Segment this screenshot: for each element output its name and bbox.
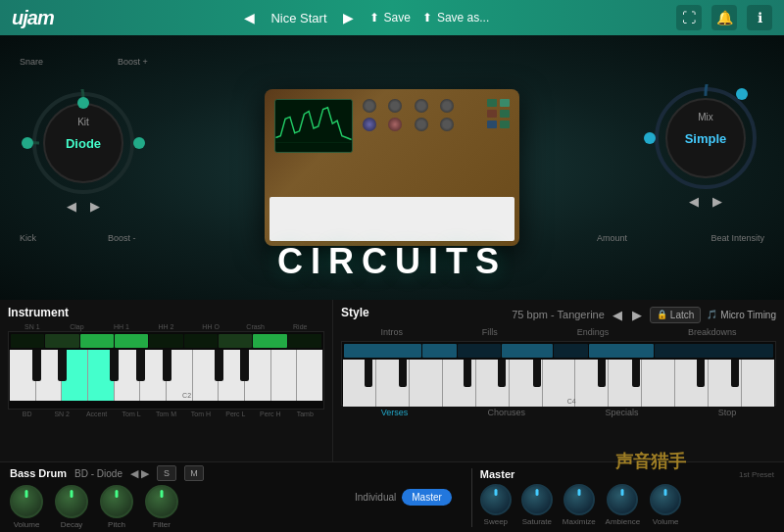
- lock-icon: 🔒: [657, 310, 667, 319]
- cat-fills[interactable]: Fills: [482, 327, 498, 337]
- maximize-knob[interactable]: [564, 484, 595, 515]
- bass-next-button[interactable]: ▶: [141, 467, 149, 480]
- save-as-action[interactable]: ⬆ Save as...: [422, 11, 489, 24]
- ambience-knob-group: Ambience: [606, 484, 641, 526]
- style-next-button[interactable]: ▶: [630, 308, 644, 322]
- pad-6[interactable]: [184, 334, 218, 348]
- c4-label: C4: [567, 398, 576, 405]
- volume-knob-group: Volume: [10, 485, 43, 529]
- volume-knob-label: Volume: [14, 520, 40, 529]
- master-preset: 1st Preset: [739, 470, 774, 479]
- master-volume-knob[interactable]: [650, 484, 681, 515]
- cat-intros[interactable]: Intros: [380, 327, 403, 337]
- fullscreen-button[interactable]: ⛶: [676, 5, 702, 30]
- prev-button[interactable]: ◀: [240, 8, 259, 27]
- topbar-center: ◀ Nice Start ▶ ⬆ Save ⬆ Save as...: [70, 8, 661, 27]
- style-categories-top: Intros Fills Endings Breakdowns: [341, 327, 776, 337]
- style-title: Style: [341, 306, 369, 319]
- style-prev-button[interactable]: ◀: [611, 308, 624, 322]
- next-button[interactable]: ▶: [339, 8, 358, 27]
- instrument-title: Instrument: [8, 306, 324, 319]
- save-icon: ⬆: [369, 11, 379, 24]
- style-keys: C4: [343, 360, 774, 407]
- kit-prev-button[interactable]: ◀: [65, 199, 78, 214]
- kit-dial[interactable]: Kit Diode: [29, 89, 137, 197]
- latch-button[interactable]: 🔒 Latch: [650, 307, 701, 323]
- amount-label: Amount: [597, 233, 627, 243]
- filter-knob[interactable]: [145, 485, 178, 518]
- ambience-label: Ambience: [606, 517, 641, 526]
- pad-1[interactable]: [11, 334, 44, 348]
- saturate-knob-group: Saturate: [521, 484, 553, 526]
- sweep-label: Sweep: [484, 517, 508, 526]
- instrument-panel: Instrument SN 1 Clap HH 1 HH 2 HH O Cras…: [0, 300, 333, 461]
- mute-button[interactable]: M: [184, 465, 204, 481]
- volume-knob[interactable]: [10, 485, 43, 518]
- instrument-keys: C2: [10, 350, 322, 401]
- key-label-ride: Ride: [277, 323, 322, 330]
- synth-screen: [274, 99, 353, 153]
- instrument-bottom-labels: BD SN 2 Accent Tom L Tom M Tom H Perc L …: [8, 411, 324, 417]
- bot-label-tamb: Tamb: [288, 411, 322, 417]
- mix-next-button[interactable]: ▶: [710, 194, 724, 209]
- style-bpm: 75 bpm - Tangerine: [512, 309, 605, 320]
- bass-drum-header: Bass Drum BD - Diode ◀ ▶ S M: [10, 465, 343, 481]
- master-volume-label: Volume: [653, 517, 679, 526]
- pad-3-active[interactable]: [80, 334, 114, 348]
- decay-knob[interactable]: [55, 485, 88, 518]
- micro-timing-button[interactable]: 🎵 Micro Timing: [707, 310, 776, 320]
- bot-label-toml: Tom L: [114, 411, 148, 417]
- kit-next-button[interactable]: ▶: [88, 199, 102, 214]
- cat-endings[interactable]: Endings: [577, 327, 610, 337]
- cat-verses[interactable]: Verses: [381, 408, 409, 417]
- key-label-crash: Crash: [233, 323, 278, 330]
- info-button[interactable]: ℹ: [747, 5, 772, 30]
- save-action[interactable]: ⬆ Save: [369, 11, 411, 24]
- style-panel: Style 75 bpm - Tangerine ◀ ▶ 🔒 Latch 🎵 M…: [333, 300, 784, 461]
- master-knobs: Sweep Saturate Maximize Ambience Volume: [480, 484, 774, 526]
- cat-specials[interactable]: Specials: [605, 408, 638, 417]
- saturate-knob[interactable]: [521, 484, 553, 515]
- cat-choruses[interactable]: Choruses: [488, 408, 526, 417]
- mix-dial[interactable]: Mix Simple: [652, 84, 760, 192]
- notifications-button[interactable]: 🔔: [711, 5, 737, 30]
- pad-7[interactable]: [219, 334, 252, 348]
- sweep-knob[interactable]: [480, 484, 512, 515]
- pad-5[interactable]: [149, 334, 182, 348]
- bot-label-perch: Perc H: [253, 411, 287, 417]
- instrument-piano[interactable]: C2: [8, 331, 324, 410]
- key-label-hho: HH O: [188, 323, 233, 330]
- bass-prev-button[interactable]: ◀: [130, 467, 138, 480]
- kit-dial-top-dot: [77, 97, 89, 109]
- cat-breakdowns[interactable]: Breakdowns: [688, 327, 737, 337]
- master-toggle-button[interactable]: Master: [402, 489, 452, 506]
- save-as-icon: ⬆: [422, 11, 432, 24]
- mix-dial-value: Simple: [652, 131, 760, 146]
- synth-buttons: [487, 99, 510, 128]
- boost-minus-label: Boost -: [108, 233, 136, 243]
- ambience-knob[interactable]: [607, 484, 638, 515]
- pad-2[interactable]: [45, 334, 78, 348]
- maximize-label: Maximize: [563, 517, 596, 526]
- kick-label: Kick: [20, 233, 36, 243]
- key-label-hh1: HH 1: [99, 323, 144, 330]
- mix-dial-container: Mix Simple ◀ ▶: [652, 84, 760, 209]
- solo-button[interactable]: S: [157, 465, 176, 481]
- kit-dial-label: Kit: [29, 117, 137, 127]
- metronome-icon: 🎵: [707, 310, 717, 319]
- pad-4-active[interactable]: [115, 334, 148, 348]
- saturate-label: Saturate: [522, 517, 552, 526]
- pitch-knob[interactable]: [100, 485, 133, 518]
- mix-prev-button[interactable]: ◀: [687, 194, 701, 209]
- filter-knob-label: Filter: [153, 520, 171, 529]
- filter-knob-group: Filter: [145, 485, 178, 529]
- pad-9[interactable]: [288, 334, 321, 348]
- cat-stop[interactable]: Stop: [718, 408, 737, 417]
- pad-8-active[interactable]: [253, 334, 286, 348]
- decay-knob-group: Decay: [55, 485, 88, 529]
- bot-label-sn2: SN 2: [44, 411, 78, 417]
- product-title: CIRCUITS: [277, 241, 507, 282]
- style-piano[interactable]: C4: [341, 341, 776, 406]
- micro-timing-label: Micro Timing: [720, 310, 776, 320]
- topbar-right: ⛶ 🔔 ℹ: [676, 5, 772, 30]
